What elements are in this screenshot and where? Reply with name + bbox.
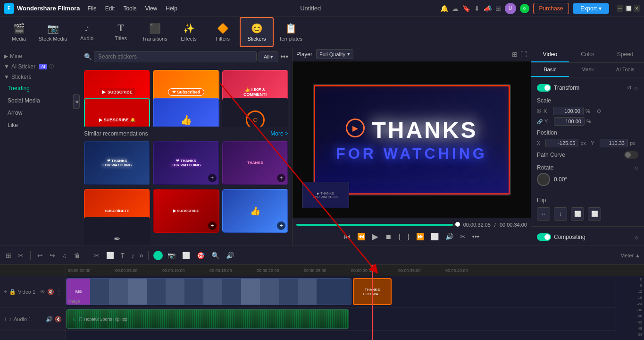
minimize-button[interactable]: — <box>617 5 623 12</box>
camera-button[interactable]: 📷 <box>166 250 177 261</box>
bell-icon[interactable]: 📣 <box>484 5 492 12</box>
video-more-icon[interactable]: ⋮ <box>56 289 62 295</box>
more-button[interactable]: ••• <box>470 231 481 242</box>
rotate-diamond-icon[interactable]: ◇ <box>635 165 638 170</box>
toolbar-templates[interactable]: 📋 Templates <box>274 17 308 47</box>
scissors-button[interactable]: ✂ <box>458 231 468 242</box>
similar-add-btn-2[interactable]: + <box>208 174 217 182</box>
sticker-more-button[interactable]: ••• <box>280 52 288 61</box>
redo-button[interactable]: ↪ <box>48 250 57 261</box>
sub-tab-basic[interactable]: Basic <box>531 63 569 77</box>
toolbar-stock-media[interactable]: 📷 Stock Media <box>36 17 70 47</box>
audio-eye-icon[interactable]: 🔊 <box>46 316 53 323</box>
position-x-input[interactable] <box>545 139 578 147</box>
tab-video[interactable]: Video <box>531 47 569 62</box>
grid-view-icon[interactable]: ⊞ <box>512 51 518 58</box>
sidebar-item-social-media[interactable]: Social Media <box>0 94 80 107</box>
rewind-button[interactable]: ⏪ <box>355 231 367 242</box>
progress-bar[interactable] <box>296 224 460 226</box>
apps-icon[interactable]: ⊞ <box>495 5 501 12</box>
audio-button[interactable]: 🔊 <box>443 231 455 242</box>
compositing-toggle[interactable] <box>537 233 551 241</box>
toolbar-titles[interactable]: T Titles <box>104 17 138 47</box>
flip-horizontal-button[interactable]: ↔ <box>537 207 550 221</box>
bottom-sticker-3[interactable]: 👍 + <box>222 189 288 233</box>
scale-y-input[interactable] <box>554 117 585 126</box>
similar-sticker-1[interactable]: ❤ THANKSFOR WATCHING <box>84 141 150 185</box>
video-eye-icon[interactable]: 👁 <box>40 289 45 295</box>
skip-back-button[interactable]: ⏮ <box>342 231 352 242</box>
section-ai-sticker[interactable]: ▼ AI Sticker AI ⓘ <box>0 61 80 72</box>
menu-tools[interactable]: Tools <box>119 3 140 14</box>
rotate-dial[interactable] <box>537 173 550 186</box>
transform-diamond-icon[interactable]: ◇ <box>635 85 638 91</box>
transform-toggle[interactable] <box>537 84 551 92</box>
fullscreen-icon[interactable]: ⛶ <box>520 51 527 58</box>
add-track-button[interactable]: ⊞ <box>4 250 13 261</box>
video-lock-icon[interactable]: 🔒 <box>9 289 16 295</box>
export-button[interactable]: Export ▾ <box>573 3 609 14</box>
path-curve-toggle[interactable] <box>624 151 638 159</box>
filter-dropdown[interactable]: All ▾ <box>259 51 278 62</box>
toolbar-audio[interactable]: ♪ Audio <box>70 17 104 47</box>
flip-vertical-button[interactable]: ↕ <box>554 207 567 221</box>
notification-icon[interactable]: 🔔 <box>440 5 448 12</box>
forward-button[interactable]: ⏩ <box>414 231 426 242</box>
purchase-button[interactable]: Purchase <box>533 3 569 14</box>
similar-sticker-3[interactable]: THANKS + <box>222 141 288 185</box>
sticker-clip[interactable]: THANKSFOR WA... <box>353 278 392 305</box>
flip-option-4[interactable]: ⬜ <box>588 207 601 221</box>
music-button[interactable]: ♫ <box>60 250 69 261</box>
crop-button[interactable]: ⬜ <box>429 231 441 242</box>
bottom-sticker-4[interactable]: ✒ + <box>84 217 150 246</box>
section-stickers[interactable]: ▼ Stickers <box>0 72 80 82</box>
undo-button[interactable]: ↩ <box>35 250 45 261</box>
similar-add-btn-3[interactable]: + <box>277 174 285 182</box>
volume-button[interactable]: 🔊 <box>224 250 236 261</box>
audio-tl-button[interactable]: ♪ <box>129 250 136 261</box>
toolbar-media[interactable]: 🎬 Media <box>2 17 36 47</box>
position-y-input[interactable] <box>600 139 628 147</box>
bottom-sticker-2[interactable]: ▶ SUBSCRIBE + <box>153 189 219 233</box>
stop-button[interactable]: ⏹ <box>383 231 393 242</box>
tl-more-button[interactable]: » <box>139 251 143 260</box>
tab-speed[interactable]: Speed <box>606 47 644 62</box>
menu-file[interactable]: File <box>84 3 100 14</box>
compositing-diamond-icon[interactable]: ◇ <box>635 235 638 240</box>
sidebar-item-trending[interactable]: Trending <box>0 82 80 94</box>
sidebar-item-arrow[interactable]: Arrow <box>0 107 80 119</box>
toolbar-stickers[interactable]: 😊 Stickers <box>240 17 274 47</box>
quality-selector[interactable]: Full Quality ▾ <box>316 49 353 59</box>
play-button[interactable]: ▶ <box>370 230 380 244</box>
split-button[interactable]: ✂ <box>16 250 25 261</box>
close-button[interactable]: ✕ <box>634 5 640 12</box>
toolbar-transitions[interactable]: ⬛ Transitions <box>138 17 172 47</box>
mark-out-button[interactable]: } <box>405 231 411 242</box>
sticker-thumb-thumbs[interactable]: 👍 + <box>153 98 219 127</box>
mark-in-button[interactable]: { <box>396 231 402 242</box>
maximize-button[interactable]: ⬜ <box>625 5 632 12</box>
record-button[interactable] <box>153 251 163 260</box>
sticker-thumb-subscribe2[interactable]: ▶SUBSCRIBE🔔 ✓ <box>84 98 150 127</box>
menu-help[interactable]: Help <box>162 3 181 14</box>
similar-sticker-2[interactable]: ❤ THANKSFOR WATCHING + <box>153 141 219 185</box>
scale-x-diamond[interactable]: ◇ <box>597 108 601 114</box>
user-avatar[interactable]: U <box>505 3 516 14</box>
sidebar-item-like[interactable]: Like <box>0 119 80 131</box>
cloud-icon[interactable]: ☁ <box>452 5 459 12</box>
bookmark-icon[interactable]: 🔖 <box>462 5 470 12</box>
zoom-button[interactable]: 🔍 <box>209 250 221 261</box>
progress-thumb[interactable] <box>455 222 460 227</box>
section-mine[interactable]: ▶ Mine <box>0 51 80 61</box>
video-clip-main[interactable]: IMG image <box>66 278 351 305</box>
scale-x-input[interactable] <box>553 107 584 115</box>
menu-view[interactable]: View <box>141 3 161 14</box>
sticker-thumb-arrow[interactable]: ○ + <box>222 98 288 127</box>
stabilize-button[interactable]: 🎯 <box>195 250 207 261</box>
more-link[interactable]: More > <box>270 130 288 137</box>
tab-color[interactable]: Color <box>569 47 607 62</box>
toolbar-effects[interactable]: ✨ Effects <box>172 17 206 47</box>
flip-option-3[interactable]: ⬜ <box>571 207 584 221</box>
crop-tl-button[interactable]: ⬜ <box>104 250 116 261</box>
video-add-icon[interactable]: + <box>4 289 7 295</box>
